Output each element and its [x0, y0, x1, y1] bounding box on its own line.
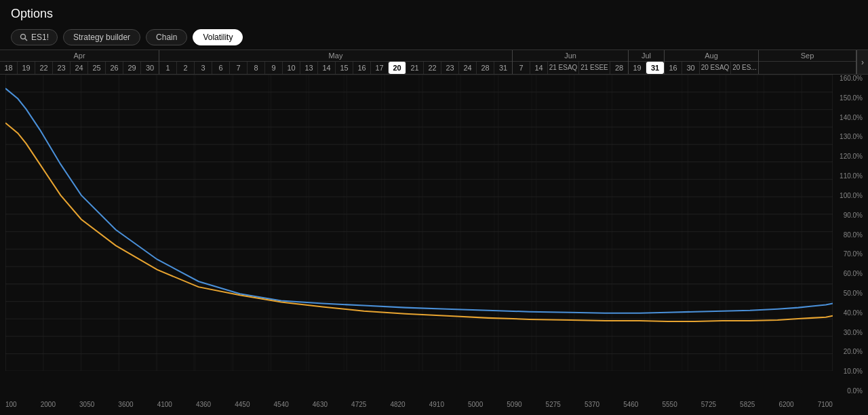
- may-28[interactable]: 28: [477, 62, 494, 74]
- aug-20-es[interactable]: 20 ES...: [731, 62, 758, 74]
- day-19[interactable]: 19: [18, 62, 35, 74]
- day-23[interactable]: 23: [53, 62, 71, 74]
- month-label-jul: Jul: [629, 50, 664, 62]
- may-22[interactable]: 22: [424, 62, 441, 74]
- chain-button[interactable]: Chain: [146, 29, 187, 45]
- x-label-2000: 2000: [41, 401, 56, 408]
- month-group-sep: Sep: [759, 50, 856, 74]
- may-13[interactable]: 13: [300, 62, 318, 74]
- may-6[interactable]: 6: [212, 62, 230, 74]
- x-label-3050: 3050: [79, 401, 94, 408]
- date-nav-arrow[interactable]: ›: [856, 50, 868, 74]
- day-24[interactable]: 24: [71, 62, 88, 74]
- may-15[interactable]: 15: [336, 62, 353, 74]
- x-label-3600: 3600: [118, 401, 133, 408]
- svg-point-0: [21, 35, 26, 39]
- search-label: ES1!: [31, 33, 49, 42]
- x-label-5000: 5000: [468, 401, 483, 408]
- day-18[interactable]: 18: [0, 62, 18, 74]
- x-label-5275: 5275: [546, 401, 561, 408]
- month-label-may: May: [159, 50, 512, 62]
- svg-rect-2: [5, 75, 833, 371]
- search-button[interactable]: ES1!: [11, 29, 58, 45]
- may-7[interactable]: 7: [230, 62, 248, 74]
- days-row-aug: 16 30 20 ESAQ 20 ES...: [665, 62, 758, 74]
- may-9[interactable]: 9: [265, 62, 283, 74]
- page-title: Options: [11, 7, 857, 21]
- may-10[interactable]: 10: [283, 62, 300, 74]
- y-label-130: 130.0%: [840, 133, 863, 140]
- y-label-50: 50.0%: [844, 290, 863, 297]
- y-label-80: 80.0%: [844, 231, 863, 239]
- jun-21-esee[interactable]: 21 ESEE: [579, 62, 610, 74]
- aug-16[interactable]: 16: [665, 62, 682, 74]
- month-label-sep: Sep: [759, 50, 856, 62]
- aug-20-esaq[interactable]: 20 ESAQ: [700, 62, 731, 74]
- date-navigation: Apr 18 19 22 23 24 25 26 29 30 May 1 2 3…: [0, 50, 868, 75]
- may-31[interactable]: 31: [494, 62, 512, 74]
- y-label-150: 150.0%: [840, 94, 863, 102]
- may-3[interactable]: 3: [195, 62, 212, 74]
- x-label-5825: 5825: [740, 401, 755, 408]
- month-label-jun: Jun: [513, 50, 628, 62]
- x-label-4540: 4540: [274, 401, 289, 408]
- y-label-160: 160.0%: [840, 75, 863, 82]
- chart-area: 160.0% 150.0% 140.0% 130.0% 120.0% 110.0…: [0, 75, 868, 408]
- month-group-apr: Apr 18 19 22 23 24 25 26 29 30: [0, 50, 159, 74]
- may-2[interactable]: 2: [177, 62, 195, 74]
- page-header: Options: [0, 0, 868, 25]
- jun-21-esaq[interactable]: 21 ESAQ: [548, 62, 579, 74]
- x-label-5370: 5370: [585, 401, 599, 408]
- y-axis: 160.0% 150.0% 140.0% 130.0% 120.0% 110.0…: [833, 75, 863, 395]
- x-label-4910: 4910: [429, 401, 444, 408]
- jun-28[interactable]: 28: [610, 62, 628, 74]
- day-29[interactable]: 29: [123, 62, 141, 74]
- days-row-apr: 18 19 22 23 24 25 26 29 30: [0, 62, 159, 74]
- y-label-10: 10.0%: [844, 368, 863, 375]
- aug-30[interactable]: 30: [682, 62, 700, 74]
- days-row-jul: 19 31: [629, 62, 664, 74]
- y-label-110: 110.0%: [840, 172, 863, 180]
- may-1[interactable]: 1: [159, 62, 177, 74]
- may-23[interactable]: 23: [441, 62, 459, 74]
- days-row-may: 1 2 3 6 7 8 9 10 13 14 15 16 17 20 21 22…: [159, 62, 512, 74]
- x-label-4360: 4360: [196, 401, 211, 408]
- day-22[interactable]: 22: [35, 62, 53, 74]
- may-24[interactable]: 24: [459, 62, 477, 74]
- day-26[interactable]: 26: [106, 62, 123, 74]
- may-17[interactable]: 17: [371, 62, 389, 74]
- x-label-4820: 4820: [390, 401, 405, 408]
- x-label-7100: 7100: [818, 401, 833, 408]
- y-label-20: 20.0%: [844, 348, 863, 355]
- x-label-100: 100: [5, 401, 17, 408]
- toolbar: ES1! Strategy builder Chain Volatility: [0, 25, 868, 50]
- x-label-5090: 5090: [507, 401, 521, 408]
- jul-31[interactable]: 31: [646, 62, 664, 74]
- x-label-4725: 4725: [351, 401, 366, 408]
- y-label-70: 70.0%: [844, 250, 863, 258]
- may-14[interactable]: 14: [318, 62, 336, 74]
- may-8[interactable]: 8: [248, 62, 265, 74]
- y-label-90: 90.0%: [844, 212, 863, 219]
- x-label-6200: 6200: [778, 401, 793, 408]
- x-label-5725: 5725: [701, 401, 716, 408]
- strategy-builder-button[interactable]: Strategy builder: [63, 29, 140, 45]
- month-group-jun: Jun 7 14 21 ESAQ 21 ESEE 28: [513, 50, 629, 74]
- y-label-100: 100.0%: [840, 192, 863, 199]
- may-21[interactable]: 21: [406, 62, 424, 74]
- day-25[interactable]: 25: [88, 62, 106, 74]
- month-group-jul: Jul 19 31: [629, 50, 665, 74]
- jun-7[interactable]: 7: [513, 62, 530, 74]
- svg-line-1: [25, 39, 28, 41]
- jun-14[interactable]: 14: [530, 62, 548, 74]
- may-20[interactable]: 20: [389, 62, 406, 74]
- month-label-apr: Apr: [0, 50, 159, 62]
- day-30[interactable]: 30: [141, 62, 159, 74]
- volatility-chart: [5, 75, 833, 371]
- jul-19[interactable]: 19: [629, 62, 646, 74]
- x-axis: 100 2000 3050 3600 4100 4360 4450 4540 4…: [5, 401, 833, 408]
- may-16[interactable]: 16: [353, 62, 371, 74]
- month-group-may: May 1 2 3 6 7 8 9 10 13 14 15 16 17 20 2…: [159, 50, 513, 74]
- x-label-4100: 4100: [157, 401, 172, 408]
- volatility-button[interactable]: Volatility: [193, 29, 243, 45]
